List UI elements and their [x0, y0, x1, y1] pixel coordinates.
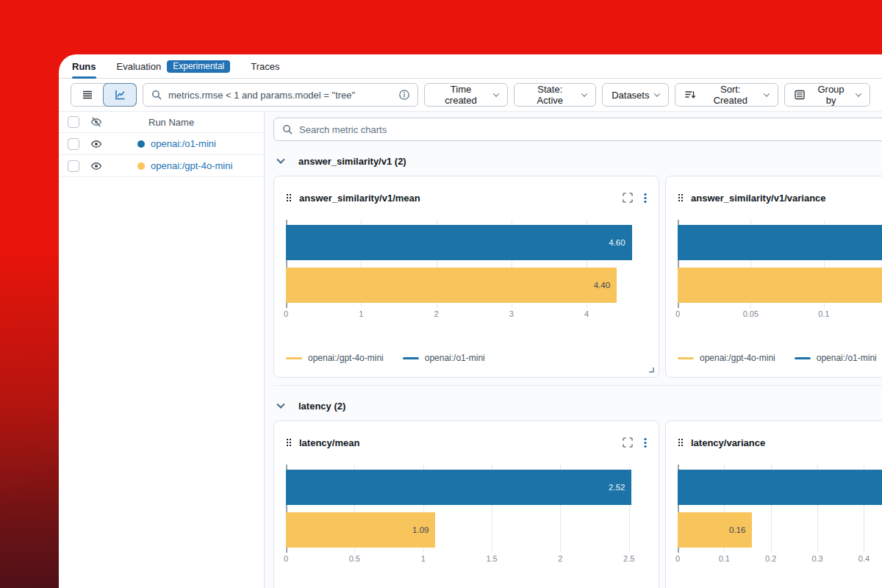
chart-view-button[interactable] — [104, 84, 136, 106]
legend-item-openai-gpt-4o-mini[interactable]: openai:/gpt-4o-mini — [678, 353, 775, 363]
tab-label: Runs — [72, 61, 96, 72]
chart-title: answer_similarity/v1/mean — [299, 193, 614, 204]
tab-traces[interactable]: Traces — [251, 54, 279, 78]
run-color-dot — [137, 162, 145, 170]
x-tick-label: 0.1 — [719, 554, 730, 563]
legend-item-openai-o1-mini[interactable]: openai:/o1-mini — [795, 353, 877, 363]
run-name-link[interactable]: openai:/o1-mini — [151, 138, 216, 149]
chart-title: latency/mean — [299, 437, 614, 448]
dropdown-label: State: Active — [523, 84, 576, 106]
run-select-checkbox[interactable] — [68, 138, 79, 150]
section-header[interactable]: latency (2) — [273, 386, 882, 420]
chevron-down-icon — [856, 90, 861, 96]
runs-search-input[interactable] — [168, 90, 392, 101]
kebab-menu-icon[interactable] — [644, 437, 647, 448]
view-toggle — [71, 83, 137, 107]
drag-handle-icon[interactable] — [678, 193, 684, 202]
search-icon — [282, 123, 293, 135]
select-all-checkbox[interactable] — [68, 116, 79, 128]
run-visibility-toggle[interactable] — [90, 138, 104, 150]
dropdown-label: Group by — [811, 84, 850, 106]
visibility-toggle-all[interactable] — [90, 116, 104, 128]
chart-title: answer_similarity/v1/variance — [691, 193, 882, 204]
runs-sidebar: Run Name openai:/o1-miniopenai:/gpt-4o-m… — [59, 112, 265, 588]
info-icon[interactable] — [398, 89, 410, 101]
tab-runs[interactable]: Runs — [72, 54, 96, 78]
bar-plot-area: 0.16 — [678, 467, 882, 551]
drag-handle-icon[interactable] — [678, 438, 684, 447]
dropdown-label: Sort: Created — [702, 84, 759, 106]
metric-charts-panel: answer_similarity/v1 (2)answer_similarit… — [265, 112, 882, 588]
metric-section-answer-similarity-v1-2: answer_similarity/v1 (2)answer_similarit… — [273, 141, 882, 378]
chart-card-actions — [622, 437, 647, 448]
drag-handle-icon[interactable] — [286, 193, 292, 202]
run-table-row: openai:/gpt-4o-mini — [59, 155, 264, 177]
runs-toolbar: Time createdState: ActiveDatasetsSort: C… — [59, 79, 882, 111]
metric-charts-search-input[interactable] — [299, 124, 881, 135]
eye-icon — [90, 138, 102, 150]
dropdown-label: Time created — [434, 84, 489, 106]
section-label: latency (2) — [298, 401, 345, 412]
metric-chart-card: answer_similarity/v1/mean4.604.4001234op… — [273, 176, 659, 378]
run-name-cell: openai:/o1-mini — [137, 138, 216, 149]
x-tick-label: 2 — [434, 309, 439, 318]
run-select-checkbox[interactable] — [68, 160, 79, 172]
time-created-dropdown[interactable]: Time created — [424, 83, 509, 107]
bars-group — [678, 222, 882, 306]
group-by-dropdown[interactable]: Group by — [784, 83, 870, 107]
datasets-dropdown[interactable]: Datasets — [602, 83, 669, 107]
chart-legend: openai:/gpt-4o-miniopenai:/o1-mini — [286, 353, 647, 363]
dropdown-label: Datasets — [612, 90, 649, 101]
eye-off-icon — [90, 116, 102, 128]
run-table-row: openai:/o1-mini — [59, 133, 264, 155]
drag-handle-icon[interactable] — [286, 438, 292, 447]
bar-openai-o1-mini — [678, 225, 882, 260]
legend-swatch — [286, 357, 302, 359]
x-tick-label: 0.1 — [818, 309, 829, 318]
x-axis-tick-labels: 00.10.20.30.4 — [678, 552, 882, 565]
legend-item-openai-gpt-4o-mini[interactable]: openai:/gpt-4o-mini — [286, 353, 384, 363]
bar-openai-gpt-4o-mini: 1.09 — [286, 512, 435, 548]
x-tick-label: 1 — [421, 554, 426, 563]
resize-handle[interactable] — [649, 368, 654, 373]
legend-label: openai:/o1-mini — [817, 353, 877, 363]
bar-openai-gpt-4o-mini: 0.16 — [678, 512, 752, 548]
bar-openai-gpt-4o-mini — [678, 268, 882, 303]
expand-icon[interactable] — [622, 437, 634, 448]
legend-swatch — [678, 357, 694, 359]
chevron-down-icon[interactable] — [276, 400, 284, 408]
legend-item-openai-o1-mini[interactable]: openai:/o1-mini — [403, 353, 485, 363]
bar-value-label: 2.52 — [609, 483, 625, 492]
bar-value-label: 4.60 — [609, 238, 625, 247]
x-axis-tick-labels: 00.511.522.5 — [286, 552, 647, 565]
x-tick-label: 0.2 — [765, 554, 776, 563]
run-name-cell: openai:/gpt-4o-mini — [137, 160, 232, 171]
x-tick-label: 2.5 — [623, 554, 634, 563]
filter-buttons: Time createdState: ActiveDatasetsSort: C… — [424, 83, 870, 107]
expand-icon[interactable] — [622, 192, 634, 204]
tab-evaluation[interactable]: EvaluationExperimental — [117, 54, 231, 78]
tab-label: Traces — [251, 61, 279, 72]
line-chart-icon — [114, 89, 126, 101]
state-active-dropdown[interactable]: State: Active — [514, 83, 596, 107]
list-icon — [82, 89, 93, 101]
chart-card-header: answer_similarity/v1/mean — [286, 176, 647, 209]
chevron-down-icon[interactable] — [276, 155, 284, 163]
x-tick-label: 0.5 — [349, 554, 360, 563]
bars-group: 0.16 — [678, 467, 882, 551]
group-by-icon — [794, 89, 806, 101]
kebab-menu-icon[interactable] — [644, 193, 647, 203]
sort-created-dropdown[interactable]: Sort: Created — [675, 83, 778, 107]
x-tick-label: 1.5 — [486, 554, 497, 563]
list-view-button[interactable] — [71, 84, 104, 106]
run-visibility-toggle[interactable] — [90, 160, 104, 172]
chart-card-header: answer_similarity/v1/variance — [678, 176, 882, 209]
x-tick-label: 1 — [359, 309, 363, 318]
chevron-down-icon — [581, 90, 587, 96]
bar-openai-o1-mini: 2.52 — [286, 470, 631, 505]
chart-title: latency/variance — [691, 437, 882, 448]
section-header[interactable]: answer_similarity/v1 (2) — [273, 141, 882, 176]
x-tick-label: 0.3 — [811, 554, 822, 563]
run-name-link[interactable]: openai:/gpt-4o-mini — [151, 160, 232, 171]
chart-cards-row: answer_similarity/v1/mean4.604.4001234op… — [273, 176, 882, 378]
